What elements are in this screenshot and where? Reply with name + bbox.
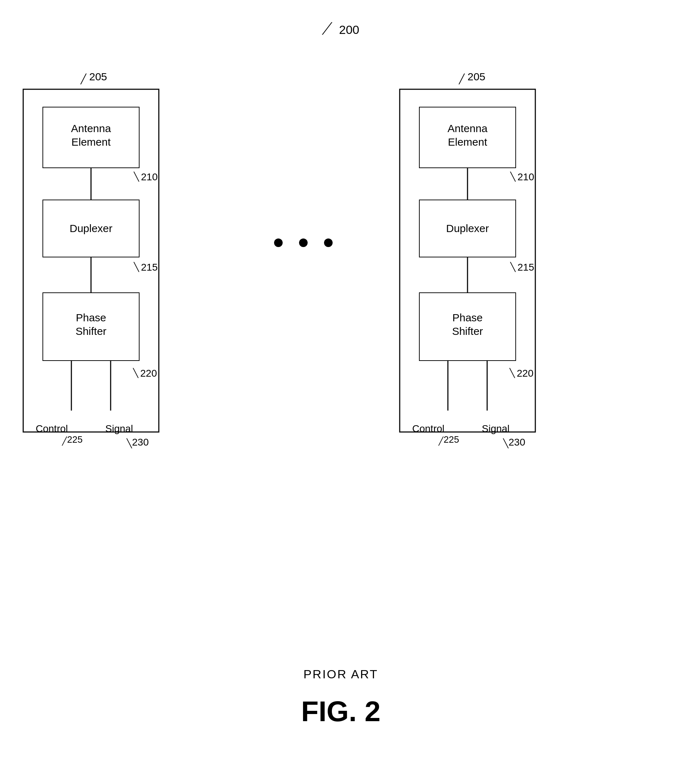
right-control-ref: 225 [444, 434, 459, 445]
right-antenna-ref: 210 [518, 171, 534, 182]
left-phase-label-1: Phase [76, 312, 106, 323]
left-module-label-slash: ╱ [80, 73, 87, 85]
diagram-svg: 200 ╱ 205 ╱ Antenna Element 210 ╲ Duplex… [0, 0, 682, 784]
left-control-slash: ╱ [62, 436, 67, 446]
left-duplexer-label: Duplexer [70, 222, 112, 234]
fig-label: FIG. 2 [301, 695, 381, 727]
left-phase-ref: 220 [140, 368, 157, 379]
right-module-label: 205 [467, 71, 485, 83]
right-signal-label: Signal [482, 423, 510, 434]
left-duplexer-ref-slash: ╲ [133, 262, 140, 272]
right-module-label-slash: ╱ [458, 73, 465, 85]
right-control-label: Control [412, 423, 444, 434]
right-duplexer-ref-slash: ╲ [510, 262, 516, 272]
left-control-label: Control [36, 423, 68, 434]
right-duplexer-ref: 215 [518, 262, 534, 273]
left-antenna-ref: 210 [141, 171, 158, 182]
left-antenna-label-2: Element [72, 136, 111, 148]
left-antenna-label-1: Antenna [71, 123, 111, 134]
right-duplexer-label: Duplexer [446, 222, 489, 234]
dot-2 [299, 238, 308, 247]
right-phase-ref: 220 [517, 368, 534, 379]
right-antenna-label-2: Element [448, 136, 488, 148]
right-control-slash: ╱ [438, 436, 444, 446]
left-signal-label: Signal [105, 423, 133, 434]
right-antenna-ref-slash: ╲ [510, 171, 516, 182]
dot-3 [324, 238, 333, 247]
left-antenna-ref-slash: ╲ [133, 171, 140, 182]
right-phase-label-2: Shifter [452, 325, 483, 337]
figure-number-arrow: ╱ [322, 22, 333, 35]
left-phase-label-2: Shifter [76, 325, 107, 337]
left-signal-slash: ╲ [126, 438, 132, 449]
right-phase-label-1: Phase [452, 312, 483, 323]
left-control-ref: 225 [67, 434, 83, 445]
right-signal-ref: 230 [508, 437, 525, 448]
right-phase-ref-slash: ╲ [509, 368, 515, 378]
right-antenna-label-1: Antenna [448, 123, 488, 134]
figure-number-label: 200 [339, 23, 359, 37]
left-signal-ref: 230 [132, 437, 149, 448]
prior-art-label: PRIOR ART [303, 667, 378, 681]
dot-1 [274, 238, 283, 247]
left-phase-ref-slash: ╲ [132, 368, 139, 378]
left-module-label: 205 [89, 71, 107, 83]
left-duplexer-ref: 215 [141, 262, 158, 273]
right-signal-slash: ╲ [502, 438, 509, 449]
